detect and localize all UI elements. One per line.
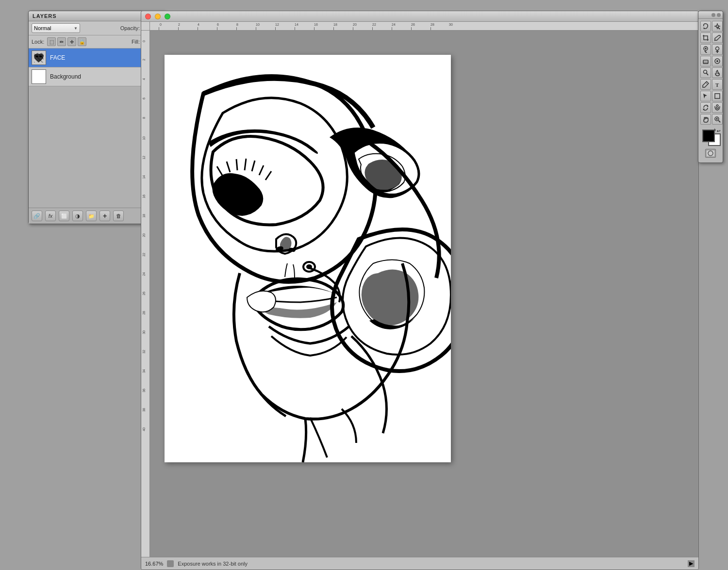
ruler-h-mark-0: 0 (160, 23, 162, 26)
svg-rect-0 (32, 51, 46, 65)
zoom-level: 16.67% (145, 561, 163, 567)
canvas-document (165, 55, 451, 462)
tool-magic-wand[interactable] (712, 21, 723, 32)
layer-mask-btn[interactable]: ⬜ (59, 211, 69, 221)
layer-delete-btn[interactable]: 🗑 (113, 211, 124, 221)
layers-panel-title: LAYERS (33, 13, 57, 19)
tool-lasso[interactable] (700, 21, 711, 32)
zoom-icon[interactable] (167, 560, 174, 567)
tool-blur[interactable] (712, 56, 723, 66)
tool-path-select[interactable] (700, 91, 711, 101)
tool-pen[interactable] (700, 79, 711, 90)
layer-thumb-background (32, 69, 46, 84)
foreground-color-swatch[interactable] (702, 130, 715, 142)
lock-all-btn[interactable]: 🔒 (78, 37, 86, 46)
lock-position-btn[interactable]: ✛ (67, 37, 76, 46)
reset-colors-btn[interactable]: ↩ (717, 129, 721, 133)
tool-hand[interactable] (700, 114, 711, 125)
layer-thumb-face (32, 50, 46, 65)
tool-dodge[interactable] (700, 67, 711, 78)
layer-new-btn[interactable]: + (99, 211, 110, 221)
ruler-h-mark-2: 2 (178, 23, 180, 26)
tool-crop[interactable] (700, 33, 711, 43)
tool-zoom-tool[interactable] (712, 114, 723, 125)
status-text: Exposure works in 32-bit only (178, 561, 684, 567)
window-minimize-btn[interactable] (155, 14, 161, 19)
lock-icons-group: ⬚ ✏ ✛ 🔒 (47, 37, 86, 46)
fill-label: Fill: (132, 39, 140, 45)
tool-eraser[interactable] (700, 56, 711, 66)
lock-label: Lock: (32, 39, 44, 45)
canvas-area: 0 2 4 6 8 10 12 14 16 18 20 (141, 22, 698, 557)
tool-healing-brush[interactable] (700, 44, 711, 55)
canvas-window: 0 2 4 6 8 10 12 14 16 18 20 (141, 11, 699, 570)
tool-eyedropper[interactable] (712, 33, 723, 43)
lock-image-btn[interactable]: ✏ (57, 37, 66, 46)
status-bar: 16.67% Exposure works in 32-bit only ▶ (141, 557, 698, 570)
svg-rect-29 (715, 94, 720, 98)
blend-mode-dropdown[interactable]: Normal ▼ (32, 23, 80, 33)
tool-stamp[interactable] (712, 44, 723, 55)
window-close-btn[interactable] (145, 14, 151, 19)
tool-grid: T (698, 19, 723, 127)
svg-point-14 (306, 264, 312, 269)
layer-group-btn[interactable]: 📁 (86, 211, 97, 221)
layer-effects-btn[interactable]: fx (45, 211, 56, 221)
layer-link-btn[interactable]: 🔗 (32, 211, 42, 221)
status-arrow-btn[interactable]: ▶ (688, 560, 695, 567)
artwork-svg (165, 55, 451, 462)
canvas-titlebar (141, 11, 698, 22)
svg-point-27 (704, 70, 707, 74)
opacity-label: Opacity: (120, 25, 140, 31)
ruler-horizontal: 0 2 4 6 8 10 12 14 16 18 20 (150, 22, 698, 31)
svg-point-30 (716, 107, 718, 109)
svg-point-1 (35, 55, 38, 57)
ruler-corner (141, 22, 150, 31)
ruler-tick (178, 27, 179, 30)
quick-mask-area (698, 148, 723, 159)
toolbox-collapse-btn[interactable] (711, 13, 715, 17)
svg-line-6 (236, 159, 237, 170)
tool-burn[interactable] (712, 67, 723, 78)
svg-line-32 (719, 121, 721, 123)
toolbox-panel: T ↩ ⇄ (698, 11, 723, 163)
layer-name-background: Background (50, 73, 152, 80)
tool-3d-camera[interactable] (712, 102, 723, 113)
tool-shape[interactable] (712, 91, 723, 101)
window-maximize-btn[interactable] (165, 14, 170, 19)
ruler-vertical: 0 2 4 6 8 10 12 14 16 18 20 22 24 26 28 … (141, 31, 150, 557)
toolbox-menu-btn[interactable] (717, 13, 721, 17)
svg-text:T: T (715, 82, 719, 88)
svg-point-26 (716, 60, 718, 62)
lock-transparent-btn[interactable]: ⬚ (47, 37, 56, 46)
svg-rect-3 (165, 55, 451, 462)
toolbox-titlebar (698, 11, 723, 19)
ruler-tick-h (159, 27, 159, 30)
canvas-content (150, 31, 698, 557)
blend-mode-arrow-icon: ▼ (74, 26, 78, 31)
svg-point-36 (708, 151, 713, 156)
svg-point-2 (39, 55, 42, 57)
color-swatches-area: ↩ ⇄ (698, 127, 723, 148)
quick-mask-btn[interactable] (705, 149, 716, 158)
tool-3d-rotate[interactable] (700, 102, 711, 113)
layer-adjustment-btn[interactable]: ◑ (72, 211, 83, 221)
svg-point-23 (716, 47, 719, 50)
tool-type[interactable]: T (712, 79, 723, 90)
